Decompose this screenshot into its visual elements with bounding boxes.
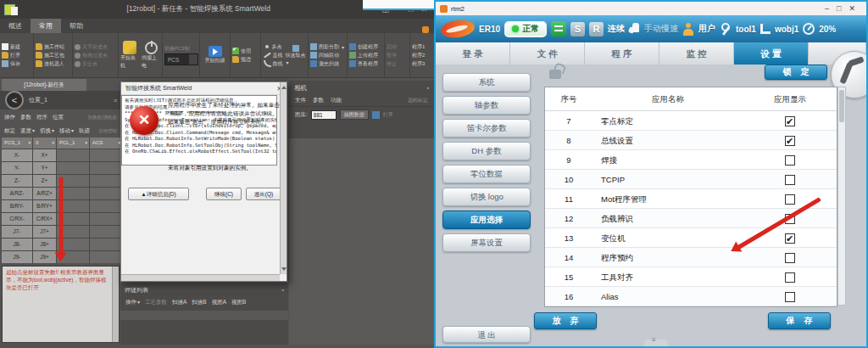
speed-dropdown[interactable]: 速度 <box>20 127 35 135</box>
tab-program[interactable]: 程 序 <box>585 42 659 65</box>
user-label[interactable]: 用户 <box>698 23 715 35</box>
jog-header-pcl[interactable]: PCL_1 <box>57 138 89 149</box>
jog-rz-plus[interactable]: A/RZ+ <box>33 188 56 199</box>
laser-scan-button[interactable]: 激光扫描 <box>310 60 345 68</box>
sidebar-item-zero-data[interactable]: 零位数据 <box>442 165 531 183</box>
discard-button[interactable]: 放 弃 <box>534 312 597 329</box>
save-button[interactable]: 保存 <box>2 60 31 68</box>
apps-scrollbar[interactable] <box>837 87 846 306</box>
jog-ry-minus[interactable]: B/RY- <box>2 200 32 212</box>
run-mode-label[interactable]: 连续 <box>608 23 625 35</box>
jog-y-plus[interactable]: Y+ <box>33 162 56 174</box>
track-button[interactable]: 轨迹 <box>79 127 90 135</box>
jog-z-minus[interactable]: Z- <box>2 175 32 187</box>
curve-button[interactable]: 曲线 <box>264 60 283 68</box>
minimize-icon[interactable]: – <box>825 4 829 13</box>
save-button[interactable]: 保 存 <box>768 312 831 329</box>
app-checkbox[interactable] <box>785 155 795 166</box>
details-button[interactable]: ▲详细信息(D) <box>128 188 189 200</box>
line-button[interactable]: 直线 <box>264 52 283 59</box>
maximize-icon[interactable]: □ <box>837 4 841 13</box>
app-checkbox[interactable] <box>785 116 795 126</box>
jog-header-0[interactable]: 0 <box>33 138 56 149</box>
sidebar-item-cartesian-params[interactable]: 笛卡尔参数 <box>442 119 531 138</box>
jog-rx-minus[interactable]: C/RX- <box>2 213 32 225</box>
wobj-label[interactable]: wobj1 <box>775 25 798 34</box>
exit-button[interactable]: 退 出 <box>442 326 531 343</box>
app-checkbox[interactable] <box>785 175 795 185</box>
program3-button[interactable]: 程序3 <box>412 60 434 68</box>
segment-button[interactable]: 图影分割 <box>310 43 345 51</box>
view-a-button[interactable]: 视图A <box>212 299 226 306</box>
connect-robot-button[interactable]: 连机器人 <box>36 60 70 68</box>
jog-j8-plus[interactable]: J8+ <box>33 239 56 250</box>
library-input[interactable] <box>311 110 337 120</box>
camera-tab-file[interactable]: 文件 <box>295 97 306 104</box>
jog-x-minus[interactable]: X- <box>2 149 32 161</box>
create-program-button[interactable]: 创建程序 <box>349 43 382 51</box>
scrollbar-thumb[interactable] <box>839 90 844 122</box>
sidebar-item-dh-params[interactable]: DH 参数 <box>442 142 531 160</box>
app-checkbox[interactable] <box>785 233 795 244</box>
tab-monitor[interactable]: 监 控 <box>659 42 734 65</box>
switch-dropdown[interactable]: 切换 <box>40 127 54 135</box>
view-program-button[interactable]: 查看程序 <box>349 60 382 68</box>
jog-header-acs[interactable]: ACS <box>90 138 122 149</box>
camera-tab-function[interactable]: 功能 <box>331 97 342 104</box>
record-button[interactable]: 开始拍摄 <box>204 46 226 65</box>
task-tab[interactable]: [12robot]-新任务 <box>2 79 86 91</box>
tab-file[interactable]: 文 件 <box>510 42 585 65</box>
move-dropdown[interactable]: 移动 <box>59 127 74 135</box>
close-icon[interactable]: ✕ <box>849 4 855 13</box>
scan-b-button[interactable]: 扫描B <box>192 299 206 306</box>
jog-j9-plus[interactable]: J9+ <box>33 251 56 263</box>
new-button[interactable]: 新建 <box>2 43 31 51</box>
upload-program-button[interactable]: 上传程序 <box>349 52 382 59</box>
four-axis-button[interactable]: 四轴联动 <box>310 52 345 59</box>
message-scrollbar[interactable] <box>112 267 119 342</box>
grab-db-button[interactable]: 抽图数据 <box>340 109 369 120</box>
menu-tab-common[interactable]: 常用 <box>31 19 61 33</box>
app-checkbox[interactable] <box>785 292 795 302</box>
use-toggle[interactable]: 使用 <box>232 48 259 55</box>
tool-label[interactable]: tool1 <box>736 25 756 34</box>
sidebar-item-axis-params[interactable]: 轴参数 <box>442 96 531 115</box>
connect-package-button[interactable]: 施工艺包 <box>36 52 70 59</box>
seam-ops-dropdown[interactable]: 操作 <box>125 299 140 306</box>
jog-rx-plus[interactable]: C/RX+ <box>33 213 56 225</box>
panel-menu-icon[interactable]: ≡ <box>114 98 117 104</box>
r-indicator[interactable]: R <box>589 22 604 36</box>
tab-params[interactable]: 参数 <box>20 114 31 121</box>
s-indicator[interactable]: S <box>570 22 585 36</box>
speed-mode-label[interactable]: 手动慢速 <box>644 23 678 35</box>
jog-header-pcs[interactable]: PCS_1 <box>2 138 32 149</box>
menu-tab-overview[interactable]: 概述 <box>0 19 31 33</box>
jog-j7-plus[interactable]: J7+ <box>33 226 56 238</box>
sidebar-item-screen-settings[interactable]: 屏幕设置 <box>442 233 531 252</box>
app-checkbox[interactable] <box>785 136 795 146</box>
tab-settings[interactable]: 设 置 <box>734 42 809 65</box>
multi-point-button[interactable]: 多点 <box>264 43 283 51</box>
start-machine-button[interactable]: 开始装机 <box>120 41 139 70</box>
program2-button[interactable]: 程序2 <box>412 52 434 59</box>
app-checkbox[interactable] <box>785 194 795 205</box>
override-label[interactable]: 20% <box>819 25 836 34</box>
tab-position[interactable]: 位置 <box>53 114 64 121</box>
preset-toggle[interactable]: 预适 <box>232 56 259 64</box>
sidebar-item-switch-logo[interactable]: 切换 logo <box>442 188 531 206</box>
calib-button[interactable]: 标定 <box>4 127 15 135</box>
camera-tab-params[interactable]: 参数 <box>313 97 324 104</box>
quick-pick-button[interactable]: 快速取点 <box>286 45 306 65</box>
sidebar-item-app-select[interactable]: 应用选择 <box>442 210 531 229</box>
jog-z-plus[interactable]: Z+ <box>33 175 56 187</box>
continue-button[interactable]: 继续(C) <box>206 188 242 200</box>
quit-button[interactable]: 退出(Q) <box>246 188 281 200</box>
sidebar-item-system[interactable]: 系统 <box>442 73 531 92</box>
open-button[interactable]: 打开 <box>2 52 31 59</box>
tab-login[interactable]: 登 录 <box>436 42 510 65</box>
tab-program[interactable]: 程序 <box>36 114 47 121</box>
view-b-button[interactable]: 视图B <box>231 299 246 306</box>
jog-rz-minus[interactable]: A/RZ- <box>2 188 32 199</box>
scan-a-button[interactable]: 扫描A <box>172 299 186 306</box>
lock-button[interactable]: 锁 定 <box>765 65 827 80</box>
